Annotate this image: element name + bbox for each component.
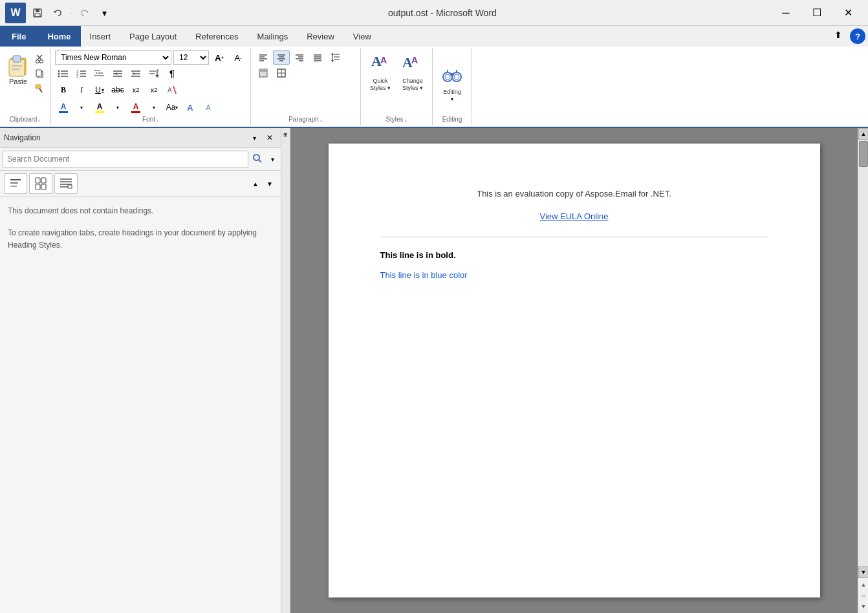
paste-button[interactable]: Paste xyxy=(4,50,32,87)
nav-view-tabs: ▲ ▼ xyxy=(0,171,281,197)
change-case-button[interactable]: Aa ▾ xyxy=(164,100,180,114)
paragraph-expand-icon[interactable]: ⌞ xyxy=(320,116,323,122)
shrink-font-button[interactable]: A xyxy=(200,100,217,114)
numbered-list-button[interactable]: 1.2.3. xyxy=(73,67,90,81)
font-color-dropdown[interactable]: ▾ xyxy=(73,100,90,114)
document-page[interactable]: This is an evaluation copy of Aspose.Ema… xyxy=(329,144,820,597)
multilevel-list-button[interactable] xyxy=(91,67,108,81)
strikethrough-button[interactable]: abc xyxy=(109,83,126,97)
bold-button[interactable]: B xyxy=(55,83,72,97)
svg-point-13 xyxy=(40,60,43,63)
highlight-dropdown[interactable]: ▾ xyxy=(109,100,126,114)
save-qat-button[interactable] xyxy=(28,4,47,22)
font-name-select[interactable]: Times New Roman xyxy=(55,50,171,65)
superscript-button[interactable]: x2 xyxy=(146,83,162,97)
window-title: output.ost - Microsoft Word xyxy=(114,8,771,18)
align-left-button[interactable] xyxy=(255,50,272,65)
nav-dropdown-button[interactable]: ▾ xyxy=(247,131,261,145)
font-size-select[interactable]: 12 xyxy=(173,50,209,65)
align-right-button[interactable] xyxy=(291,50,308,65)
format-painter-button[interactable] xyxy=(32,81,47,96)
increase-indent-button[interactable] xyxy=(127,67,144,81)
svg-point-90 xyxy=(254,155,259,160)
clipboard-expand-icon[interactable]: ⌞ xyxy=(38,116,41,122)
redo-qat-button[interactable] xyxy=(75,4,93,22)
clear-formatting-button[interactable]: A xyxy=(164,83,180,97)
nav-panel-title: Navigation xyxy=(4,133,41,142)
justify-button[interactable] xyxy=(309,50,326,65)
bullet-list-button[interactable] xyxy=(55,67,72,81)
doc-eval-notice: This is an evaluation copy of Aspose.Ema… xyxy=(380,189,768,199)
quick-styles-button[interactable]: A A QuickStyles ▾ xyxy=(366,50,395,94)
help-button[interactable]: ? xyxy=(850,28,865,44)
grow-font-button[interactable]: A xyxy=(182,100,199,114)
restore-button[interactable]: ☐ xyxy=(802,3,832,23)
nav-tab-results[interactable] xyxy=(54,173,78,194)
cut-button[interactable] xyxy=(32,52,47,66)
nav-tab-headings[interactable] xyxy=(4,173,27,194)
italic-button[interactable]: I xyxy=(73,83,90,97)
font-color-red-dropdown[interactable]: ▾ xyxy=(146,100,162,114)
tab-page-layout[interactable]: Page Layout xyxy=(120,26,186,47)
scroll-down-button[interactable]: ▼ xyxy=(858,566,868,578)
svg-point-18 xyxy=(58,70,60,72)
paragraph-group: Paragraph ⌞ xyxy=(251,48,361,125)
nav-prev-button[interactable]: ▲ xyxy=(248,177,263,191)
nav-tab-pages[interactable] xyxy=(29,173,52,194)
tab-references[interactable]: References xyxy=(186,26,248,47)
nav-next-button[interactable]: ▼ xyxy=(263,177,277,191)
svg-rect-16 xyxy=(36,85,41,89)
tab-insert[interactable]: Insert xyxy=(81,26,121,47)
scroll-up-button[interactable]: ▲ xyxy=(858,128,868,140)
customize-qat-button[interactable]: ▾ xyxy=(96,4,114,22)
line-spacing-button[interactable] xyxy=(327,50,344,65)
scroll-track xyxy=(858,140,868,566)
clipboard-group: Paste xyxy=(0,48,51,125)
show-paragraph-button[interactable]: ¶ xyxy=(164,67,180,81)
font-expand-icon[interactable]: ⌞ xyxy=(157,116,159,122)
shading-button[interactable] xyxy=(255,66,272,80)
editing-button[interactable]: Editing ▾ xyxy=(438,61,466,105)
minimize-button[interactable]: ─ xyxy=(771,3,801,23)
nav-toolbar-btn1[interactable]: ⊞ xyxy=(281,128,290,141)
tab-view[interactable]: View xyxy=(344,26,381,47)
scroll-thumb[interactable] xyxy=(859,141,868,167)
copy-button[interactable] xyxy=(32,67,47,81)
search-button[interactable] xyxy=(248,151,266,167)
clipboard-label: Clipboard xyxy=(10,116,38,123)
svg-point-85 xyxy=(445,74,450,80)
editing-group: Editing ▾ Editing xyxy=(433,48,472,125)
decrease-font-button[interactable]: A- xyxy=(230,50,246,65)
tab-file[interactable]: File xyxy=(0,26,38,47)
browse-prev-button[interactable]: ▲ xyxy=(858,579,868,590)
help-online-button[interactable]: ⬆ xyxy=(829,26,847,44)
decrease-indent-button[interactable] xyxy=(109,67,126,81)
underline-button[interactable]: U ▾ xyxy=(91,83,108,97)
border-button[interactable] xyxy=(273,66,290,80)
browse-next-button[interactable]: ▼ xyxy=(858,601,868,612)
tab-mailings[interactable]: Mailings xyxy=(248,26,298,47)
svg-point-12 xyxy=(36,60,39,63)
sort-button[interactable]: AZ xyxy=(146,67,162,81)
subscript-button[interactable]: x2 xyxy=(127,83,144,97)
doc-divider xyxy=(380,237,768,237)
vertical-scrollbar: ▲ ▼ ▲ ○ ▼ xyxy=(858,128,868,613)
search-options-dropdown[interactable]: ▾ xyxy=(266,151,278,167)
font-color-red-button[interactable]: A xyxy=(127,99,144,116)
close-button[interactable]: ✕ xyxy=(833,3,863,23)
align-center-button[interactable] xyxy=(273,50,290,65)
highlight-button[interactable]: A xyxy=(91,99,108,116)
select-browse-button[interactable]: ○ xyxy=(858,590,868,601)
styles-expand-icon[interactable]: ⌞ xyxy=(405,116,407,122)
increase-font-button[interactable]: A+ xyxy=(211,50,228,65)
undo-qat-button[interactable] xyxy=(49,4,67,22)
tab-review[interactable]: Review xyxy=(298,26,344,47)
svg-text:A: A xyxy=(168,87,172,94)
svg-line-17 xyxy=(39,89,42,92)
change-styles-button[interactable]: A A ChangeStyles ▾ xyxy=(398,50,427,94)
nav-close-button[interactable]: ✕ xyxy=(263,131,277,145)
font-color-button[interactable]: A xyxy=(55,99,72,116)
search-input[interactable] xyxy=(3,151,248,167)
view-eula-link[interactable]: View EULA Online xyxy=(540,211,609,221)
tab-home[interactable]: Home xyxy=(38,26,80,47)
